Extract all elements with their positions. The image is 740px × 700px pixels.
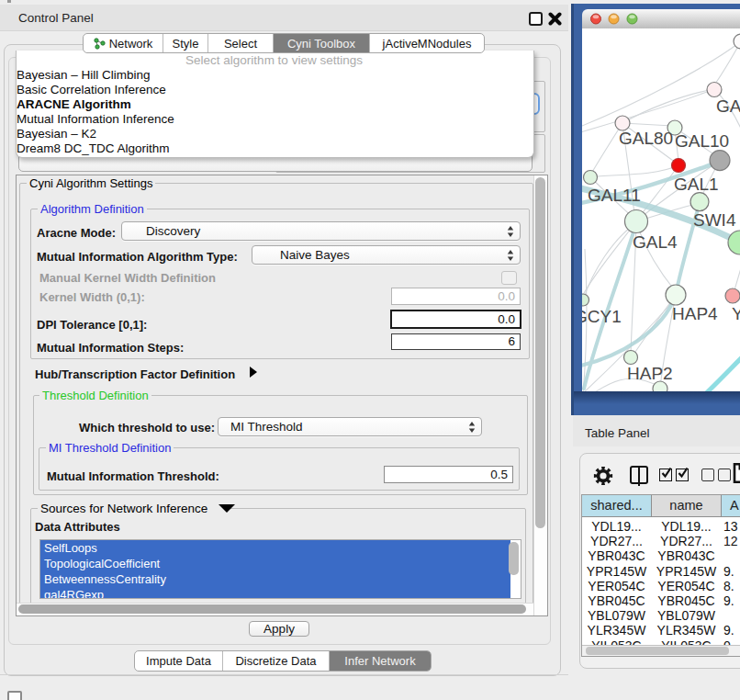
svg-text:SWI4: SWI4 — [693, 210, 736, 230]
svg-text:GAL1: GAL1 — [674, 175, 719, 194]
svg-text:GAL11: GAL11 — [588, 186, 641, 205]
svg-text:HAP2: HAP2 — [627, 364, 673, 383]
svg-text:GCY1: GCY1 — [582, 307, 622, 326]
svg-text:GAL7: GAL7 — [716, 96, 740, 116]
svg-text:GAL4: GAL4 — [633, 232, 678, 252]
svg-text:YM: YM — [732, 304, 740, 323]
svg-text:HAP4: HAP4 — [672, 304, 718, 323]
svg-text:GAL10: GAL10 — [675, 131, 729, 151]
svg-text:GAL80: GAL80 — [619, 129, 673, 148]
